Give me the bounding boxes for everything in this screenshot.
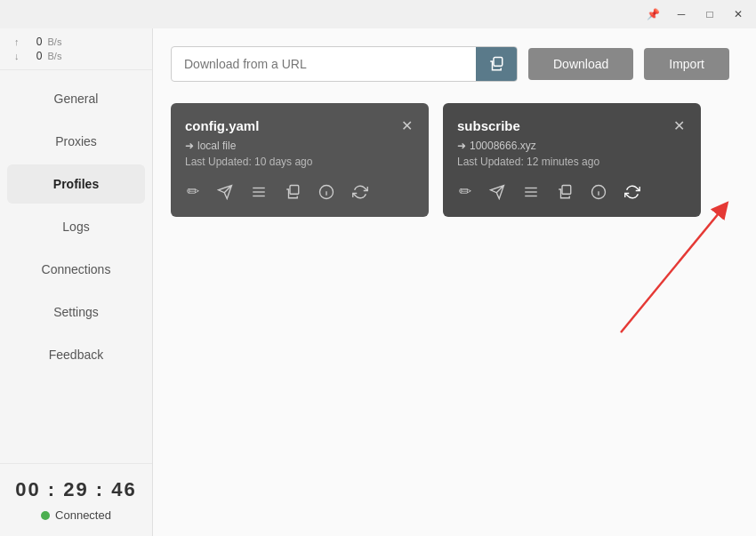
card-updated-config: Last Updated: 10 days ago	[185, 156, 414, 168]
download-unit: B/s	[48, 51, 62, 61]
profile-card-config: config.yaml ✕ ➜ local file Last Updated:…	[171, 103, 429, 217]
annotation-arrow	[550, 181, 728, 341]
sidebar-bottom: 00 : 29 : 46 Connected	[0, 463, 152, 536]
timer-display: 00 : 29 : 46	[15, 478, 137, 501]
source-label-subscribe: 10008666.xyz	[470, 140, 536, 152]
copy-icon-config	[285, 184, 301, 200]
connection-status: Connected	[41, 508, 111, 522]
list-btn-subscribe[interactable]	[521, 182, 541, 202]
upload-value: 0	[25, 36, 43, 48]
download-traffic: ↓ 0 B/s	[14, 50, 138, 62]
profile-card-subscribe: subscribe ✕ ➜ 10008666.xyz Last Updated:…	[443, 103, 701, 217]
info-btn-subscribe[interactable]	[589, 182, 608, 202]
refresh-icon-subscribe	[624, 184, 640, 200]
refresh-btn-subscribe[interactable]	[623, 182, 642, 202]
upload-unit: B/s	[48, 36, 62, 47]
refresh-btn-config[interactable]	[350, 182, 370, 202]
status-dot-icon	[41, 511, 50, 520]
download-arrow: ↓	[14, 51, 20, 61]
list-icon-subscribe	[523, 184, 539, 200]
card-header-config: config.yaml ✕	[185, 117, 414, 134]
upload-traffic: ↑ 0 B/s	[14, 36, 138, 48]
sidebar-item-connections[interactable]: Connections	[7, 250, 145, 289]
info-icon-config	[318, 184, 334, 200]
plane-btn-subscribe[interactable]	[487, 182, 507, 202]
plane-icon-config	[217, 184, 233, 200]
sidebar-item-profiles[interactable]: Profiles	[7, 164, 145, 204]
edit-btn-config[interactable]: ✏	[185, 180, 201, 203]
list-btn-config[interactable]	[249, 182, 269, 202]
paste-icon	[488, 56, 504, 72]
main-content: Download Import config.yaml ✕ ➜ local fi…	[153, 28, 756, 536]
profiles-grid: config.yaml ✕ ➜ local file Last Updated:…	[171, 103, 738, 217]
sidebar-item-proxies[interactable]: Proxies	[7, 122, 145, 161]
card-source-config: ➜ local file	[185, 140, 414, 152]
title-bar: 📌 ─ □ ✕	[0, 0, 756, 28]
upload-arrow: ↑	[14, 36, 20, 47]
source-arrow-config: ➜	[185, 140, 194, 152]
minimize-button[interactable]: ─	[667, 2, 696, 27]
card-actions-subscribe: ✏	[457, 180, 687, 203]
import-button[interactable]: Import	[644, 48, 729, 80]
card-source-subscribe: ➜ 10008666.xyz	[457, 140, 687, 152]
refresh-icon-config	[352, 184, 368, 200]
pin-button[interactable]: 📌	[639, 2, 667, 27]
card-updated-subscribe: Last Updated: 12 minutes ago	[457, 156, 687, 168]
sidebar-item-feedback[interactable]: Feedback	[7, 335, 145, 374]
card-close-config[interactable]: ✕	[399, 117, 414, 134]
download-button[interactable]: Download	[528, 48, 633, 80]
sidebar: ↑ 0 B/s ↓ 0 B/s General Proxies Profiles…	[0, 28, 153, 536]
card-title-config: config.yaml	[185, 118, 259, 133]
plane-btn-config[interactable]	[215, 182, 235, 202]
plane-icon-subscribe	[489, 184, 505, 200]
svg-line-15	[621, 208, 723, 332]
source-label-config: local file	[197, 140, 236, 152]
svg-rect-4	[290, 185, 299, 194]
copy-icon-subscribe	[557, 184, 573, 200]
info-icon-subscribe	[591, 184, 607, 200]
edit-btn-subscribe[interactable]: ✏	[457, 180, 473, 203]
nav-items: General Proxies Profiles Logs Connection…	[0, 70, 152, 463]
sidebar-item-general[interactable]: General	[7, 79, 145, 118]
close-button[interactable]: ✕	[724, 2, 752, 27]
copy-btn-config[interactable]	[283, 182, 302, 202]
sidebar-item-logs[interactable]: Logs	[7, 207, 145, 246]
svg-rect-0	[494, 58, 503, 67]
url-input[interactable]	[172, 48, 476, 80]
sidebar-item-settings[interactable]: Settings	[7, 292, 145, 332]
card-title-subscribe: subscribe	[457, 118, 520, 133]
app-body: ↑ 0 B/s ↓ 0 B/s General Proxies Profiles…	[0, 28, 756, 536]
svg-rect-11	[562, 185, 571, 194]
maximize-button[interactable]: □	[696, 2, 724, 27]
url-input-wrap	[171, 46, 518, 82]
connected-label: Connected	[55, 508, 111, 522]
traffic-indicators: ↑ 0 B/s ↓ 0 B/s	[0, 28, 152, 70]
download-value: 0	[25, 50, 43, 62]
card-close-subscribe[interactable]: ✕	[672, 117, 687, 134]
info-btn-config[interactable]	[317, 182, 336, 202]
card-actions-config: ✏	[185, 180, 414, 203]
card-header-subscribe: subscribe ✕	[457, 117, 687, 134]
top-bar: Download Import	[171, 46, 738, 82]
copy-btn-subscribe[interactable]	[555, 182, 575, 202]
paste-button[interactable]	[476, 47, 517, 81]
source-arrow-subscribe: ➜	[457, 140, 466, 152]
list-icon-config	[251, 184, 267, 200]
